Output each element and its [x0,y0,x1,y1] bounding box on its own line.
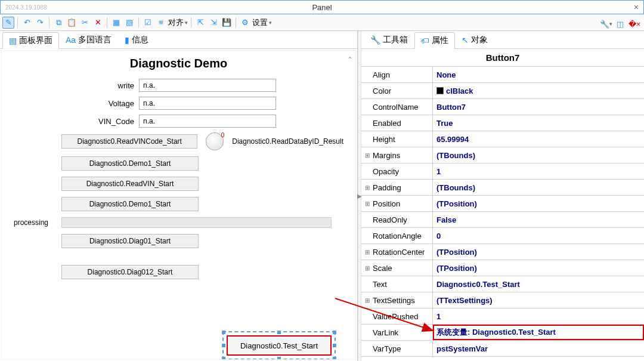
label-result: Diagnostic0.ReadDataByID_Result [232,137,343,146]
prop-row[interactable]: ControlNameButton7 [361,99,644,115]
paste-icon[interactable]: 📋 [66,17,78,29]
version-label: 2024.3.19.1088 [1,4,47,11]
prop-row[interactable]: ColorclBlack [361,83,644,99]
prop-value[interactable]: Diagnostic0.Test_Start [433,276,644,292]
btn-demo1-b[interactable]: Diagnostic0.Demo1_Start [61,197,199,211]
prop-key: TextSettings [373,296,415,305]
prop-key: Text [373,280,387,289]
align-icon[interactable]: ≡ [155,17,167,29]
prop-value[interactable]: 系统变量: Diagnostic0.Test_Start [433,325,644,340]
tab-panel-ui[interactable]: ▤面板界面 [2,32,59,49]
input-voltage[interactable] [139,97,276,110]
btn-diag01[interactable]: Diagnostic0.Diag01_Start [61,234,199,248]
left-tabstrip: ▤面板界面 Aa多国语言 ▮信息 [0,31,357,49]
prop-key: Color [373,87,391,95]
prop-value[interactable]: Button7 [433,99,644,115]
prop-row[interactable]: Height65.99994 [361,131,644,147]
edit-tool-icon[interactable]: ✎ [2,17,14,29]
prop-key: VarLink [373,328,398,337]
tab-objects[interactable]: ↖对象 [455,32,494,48]
prop-key: VarType [373,344,401,353]
import-icon[interactable]: ⇲ [208,17,219,29]
export-icon[interactable]: ⇱ [194,17,206,29]
input-vin-code[interactable] [139,115,276,128]
titlebar: 2024.3.19.1088 Panel × [0,0,644,14]
close-icon[interactable]: × [634,2,639,12]
prop-row[interactable]: ⊞Margins(TBounds) [361,147,644,163]
btn-read-vincode[interactable]: Diagnostic0.ReadVINCode_Start [61,134,197,149]
align-dropdown[interactable]: 对齐▾ [168,17,188,28]
prop-row[interactable]: AlignNone [361,67,644,83]
btn-read-vin[interactable]: Diagnostic0.ReadVIN_Start [61,177,199,191]
prop-row[interactable]: Opacity1 [361,163,644,180]
prop-row[interactable]: ⊞Position(TPosition) [361,196,644,212]
prop-value[interactable]: (TPosition) [433,196,644,211]
toolbar-right: 🔧▾ ◫ �× [600,17,640,31]
selected-button[interactable]: Diagnostic0.Test_Start [222,331,336,360]
prop-value[interactable]: 1 [433,163,644,179]
scroll-up-icon[interactable]: ⌃ [347,55,353,64]
prop-row[interactable]: ⊞Padding(TBounds) [361,180,644,196]
gauge-widget: 0 [206,132,224,150]
prop-key: Position [373,199,400,208]
prop-value[interactable]: None [433,67,644,82]
tab-toolbox[interactable]: 🔧工具箱 [364,32,414,48]
close-red-icon[interactable]: �× [628,18,640,30]
check-icon[interactable]: ☑ [142,17,154,29]
tab-multilang[interactable]: Aa多国语言 [59,32,118,48]
prop-value[interactable]: (TPosition) [433,244,644,260]
prop-key: Opacity [373,167,399,176]
btn-demo1-a[interactable]: Diagnostic0.Demo1_Start [61,156,199,171]
cut-icon[interactable]: ✂ [79,17,91,29]
prop-row[interactable]: RotationAngle0 [361,228,644,244]
prop-key: ControlName [373,103,419,112]
prop-value[interactable]: 1 [433,308,644,324]
prop-value[interactable]: pstSystemVar [433,341,644,356]
settings-gear-icon[interactable]: ⚙ [239,17,251,29]
prop-value[interactable]: (TTextSettings) [433,292,644,308]
prop-row[interactable]: ⊞TextSettings(TTextSettings) [361,292,644,308]
prop-value[interactable]: (TPosition) [433,260,644,276]
right-tabstrip: 🔧工具箱 🏷属性 ↖对象 [361,31,644,49]
redo-icon[interactable]: ↷ [34,17,46,29]
copy-icon[interactable]: ⧉ [52,17,64,29]
label-vin-code: VIN_Code [14,117,139,126]
window-icon[interactable]: ◫ [614,18,626,30]
prop-value[interactable]: (TBounds) [433,180,644,195]
prop-row[interactable]: ⊞RotationCenter(TPosition) [361,244,644,260]
prop-value[interactable]: (TBounds) [433,147,644,163]
prop-row[interactable]: ReadOnlyFalse [361,212,644,228]
layer-front-icon[interactable]: ▦ [110,17,122,29]
delete-icon[interactable]: ✕ [92,17,104,29]
prop-row[interactable]: TextDiagnostic0.Test_Start [361,276,644,292]
layer-back-icon[interactable]: ▧ [123,17,135,29]
prop-value[interactable]: 65.99994 [433,131,644,147]
prop-key: Margins [373,151,400,160]
wrench-icon[interactable]: 🔧▾ [600,18,612,30]
page-title: Diagnostic Demo [2,57,355,70]
prop-value[interactable]: clBlack [433,83,644,98]
prop-key: ReadOnly [373,215,407,224]
prop-value[interactable]: 0 [433,228,644,243]
prop-value[interactable]: True [433,115,644,131]
prop-value[interactable]: False [433,212,644,227]
prop-row[interactable]: VarTypepstSystemVar [361,341,644,357]
input-write[interactable] [139,79,276,92]
designer-canvas[interactable]: ⌃ Diagnostic Demo write Voltage VIN_Code [1,50,356,360]
toolbar: ✎ ↶ ↷ ⧉ 📋 ✂ ✕ ▦ ▧ ☑ ≡ 对齐▾ ⇱ ⇲ 💾 ⚙ 设置▾ [0,14,644,31]
tab-properties[interactable]: 🏷属性 [414,32,455,49]
prop-row[interactable]: ⊞Scale(TPosition) [361,260,644,276]
prop-row[interactable]: VarLink系统变量: Diagnostic0.Test_Start [361,325,644,341]
property-grid: AlignNoneColorclBlackControlNameButton7E… [361,66,644,357]
undo-icon[interactable]: ↶ [21,17,33,29]
btn-diag012[interactable]: Diagnostic0.Diag012_Start [61,265,199,279]
prop-row[interactable]: EnabledTrue [361,115,644,131]
prop-key: RotationCenter [373,248,425,257]
settings-dropdown[interactable]: 设置▾ [252,17,272,28]
save-icon[interactable]: 💾 [221,17,233,29]
prop-row[interactable]: ValuePushed1 [361,308,644,325]
prop-key: Height [373,135,395,144]
label-voltage: Voltage [14,99,139,108]
prop-key: ValuePushed [373,312,418,321]
tab-info[interactable]: ▮信息 [118,32,155,48]
